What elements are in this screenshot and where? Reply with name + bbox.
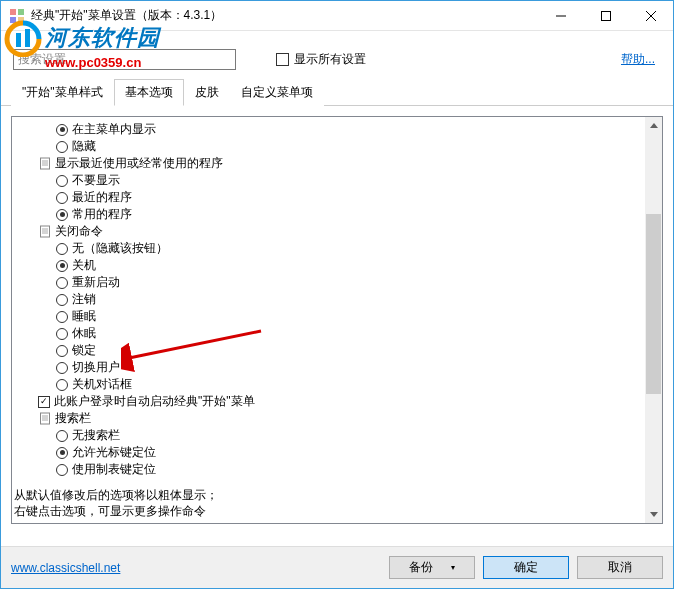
item-label: 休眠 [72,325,96,342]
doc-icon [38,412,52,426]
radio-icon [56,447,68,459]
svg-rect-1 [18,9,24,15]
radio-icon [56,294,68,306]
svg-marker-22 [650,123,658,128]
tree-item[interactable]: 注销 [18,291,662,308]
item-label: 无（隐藏该按钮） [72,240,168,257]
tree-item[interactable]: 关闭命令 [18,223,662,240]
tree-item[interactable]: 最近的程序 [18,189,662,206]
backup-button[interactable]: 备份▾ [389,556,475,579]
ok-button[interactable]: 确定 [483,556,569,579]
tree-item[interactable]: 切换用户 [18,359,662,376]
radio-icon [56,209,68,221]
tree-item[interactable]: 重新启动 [18,274,662,291]
radio-icon [56,124,68,136]
svg-rect-2 [10,17,16,23]
item-label: 注销 [72,291,96,308]
radio-icon [56,362,68,374]
tab-strip: "开始"菜单样式 基本选项 皮肤 自定义菜单项 [1,78,673,106]
tree-item[interactable]: 关机 [18,257,662,274]
show-all-checkbox[interactable]: 显示所有设置 [276,51,366,68]
item-label: 显示最近使用或经常使用的程序 [55,155,223,172]
item-label: 在主菜单内显示 [72,121,156,138]
options-tree[interactable]: 在主菜单内显示隐藏显示最近使用或经常使用的程序不要显示最近的程序常用的程序关闭命… [12,117,662,483]
radio-icon [56,379,68,391]
tree-item[interactable]: 锁定 [18,342,662,359]
svg-rect-5 [601,11,610,20]
item-label: 关机 [72,257,96,274]
radio-icon [56,328,68,340]
tab-basic-options[interactable]: 基本选项 [114,79,184,106]
tree-item[interactable]: 显示最近使用或经常使用的程序 [18,155,662,172]
radio-icon [56,311,68,323]
tree-item[interactable]: 无搜索栏 [18,427,662,444]
window-title: 经典"开始"菜单设置（版本：4.3.1） [31,7,538,24]
tab-start-style[interactable]: "开始"菜单样式 [11,79,114,106]
show-all-label: 显示所有设置 [294,51,366,68]
checkbox-icon [38,396,50,408]
radio-icon [56,192,68,204]
search-input[interactable]: 搜索设置 [13,49,236,70]
item-label: 无搜索栏 [72,427,120,444]
tree-item[interactable]: 允许光标键定位 [18,444,662,461]
radio-icon [56,141,68,153]
item-label: 常用的程序 [72,206,132,223]
help-link[interactable]: 帮助... [621,51,655,68]
item-label: 切换用户 [72,359,120,376]
svg-rect-0 [10,9,16,15]
radio-icon [56,243,68,255]
caret-down-icon: ▾ [451,563,455,572]
tree-item[interactable]: 不要显示 [18,172,662,189]
tree-item[interactable]: 休眠 [18,325,662,342]
item-label: 搜索栏 [55,410,91,427]
titlebar: 经典"开始"菜单设置（版本：4.3.1） [1,1,673,31]
checkbox-icon [276,53,289,66]
svg-rect-3 [18,17,24,23]
tree-item[interactable]: 关机对话框 [18,376,662,393]
radio-icon [56,345,68,357]
item-label: 最近的程序 [72,189,132,206]
scroll-track[interactable] [645,134,662,506]
website-link[interactable]: www.classicshell.net [11,561,120,575]
item-label: 此账户登录时自动启动经典"开始"菜单 [54,393,255,410]
item-label: 睡眠 [72,308,96,325]
tree-item[interactable]: 搜索栏 [18,410,662,427]
item-label: 隐藏 [72,138,96,155]
minimize-button[interactable] [538,1,583,30]
hint-text: 从默认值修改后的选项将以粗体显示； 右键点击选项，可显示更多操作命令 [12,483,662,523]
scroll-thumb[interactable] [646,214,661,394]
button-row: www.classicshell.net 备份▾ 确定 取消 [1,546,673,588]
radio-icon [56,277,68,289]
close-button[interactable] [628,1,673,30]
item-label: 关机对话框 [72,376,132,393]
item-label: 不要显示 [72,172,120,189]
content-area: 在主菜单内显示隐藏显示最近使用或经常使用的程序不要显示最近的程序常用的程序关闭命… [1,106,673,534]
options-panel: 在主菜单内显示隐藏显示最近使用或经常使用的程序不要显示最近的程序常用的程序关闭命… [11,116,663,524]
radio-icon [56,430,68,442]
item-label: 允许光标键定位 [72,444,156,461]
tree-item[interactable]: 无（隐藏该按钮） [18,240,662,257]
tab-custom-menu[interactable]: 自定义菜单项 [230,79,324,106]
tree-item[interactable]: 使用制表键定位 [18,461,662,478]
tree-item[interactable]: 睡眠 [18,308,662,325]
item-label: 关闭命令 [55,223,103,240]
tree-item[interactable]: 在主菜单内显示 [18,121,662,138]
app-icon [9,8,25,24]
radio-icon [56,464,68,476]
cancel-button[interactable]: 取消 [577,556,663,579]
item-label: 使用制表键定位 [72,461,156,478]
maximize-button[interactable] [583,1,628,30]
doc-icon [38,157,52,171]
tree-item[interactable]: 此账户登录时自动启动经典"开始"菜单 [18,393,662,410]
item-label: 锁定 [72,342,96,359]
scroll-up-icon[interactable] [645,117,662,134]
item-label: 重新启动 [72,274,120,291]
tree-item[interactable]: 常用的程序 [18,206,662,223]
radio-icon [56,260,68,272]
vertical-scrollbar[interactable] [645,117,662,523]
tab-skin[interactable]: 皮肤 [184,79,230,106]
tree-item[interactable]: 隐藏 [18,138,662,155]
svg-marker-23 [650,512,658,517]
scroll-down-icon[interactable] [645,506,662,523]
doc-icon [38,225,52,239]
